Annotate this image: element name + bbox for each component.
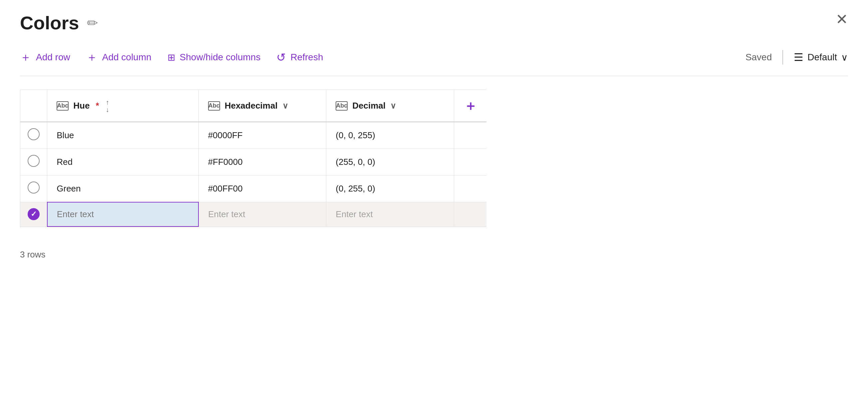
sort-controls: ↑ ↓: [106, 99, 109, 113]
refresh-label: Refresh: [290, 52, 323, 63]
hex-cell-blue: #0000FF: [198, 122, 326, 149]
hue-column-header: Abc Hue * ↑ ↓: [47, 90, 198, 122]
radio-button-blue[interactable]: [28, 128, 40, 140]
title-row: Colors ✏: [20, 12, 848, 34]
row-count: 3 rows: [20, 250, 848, 260]
add-row-button[interactable]: ＋ Add row: [20, 50, 70, 65]
row-selector-blue[interactable]: [20, 122, 47, 149]
new-row: Enter text Enter text: [20, 202, 487, 227]
empty-cell-2: [454, 149, 487, 176]
decimal-enter-text: Enter text: [336, 209, 373, 219]
page-container: ✕ Colors ✏ ＋ Add row ＋ Add column ⊞ Show…: [0, 0, 868, 280]
decimal-value-blue: (0, 0, 255): [336, 130, 375, 140]
data-table: Abc Hue * ↑ ↓ Abc Hexadecimal: [20, 90, 487, 227]
hue-cell-green: Green: [47, 176, 198, 202]
table-header-row: Abc Hue * ↑ ↓ Abc Hexadecimal: [20, 90, 487, 122]
saved-label: Saved: [745, 52, 772, 63]
hex-placeholder-cell[interactable]: Enter text: [198, 202, 326, 227]
hex-cell-red: #FF0000: [198, 149, 326, 176]
row-selector-new[interactable]: [20, 202, 47, 227]
hex-cell-green: #00FF00: [198, 176, 326, 202]
hue-input-cell[interactable]: [47, 202, 198, 227]
decimal-value-green: (0, 255, 0): [336, 183, 375, 194]
toolbar: ＋ Add row ＋ Add column ⊞ Show/hide colum…: [20, 50, 848, 76]
decimal-placeholder-cell[interactable]: Enter text: [326, 202, 454, 227]
table-row: Blue #0000FF (0, 0, 255): [20, 122, 487, 149]
text-column-icon: Abc: [57, 101, 69, 111]
hue-cell-red: Red: [47, 149, 198, 176]
decimal-column-header: Abc Decimal ∨: [326, 90, 454, 122]
chevron-down-icon: ∨: [841, 52, 848, 63]
add-column-button-inline[interactable]: ＋: [463, 96, 477, 115]
empty-cell-1: [454, 122, 487, 149]
empty-cell-3: [454, 176, 487, 202]
close-icon[interactable]: ✕: [836, 12, 848, 27]
radio-button-red[interactable]: [28, 155, 40, 167]
default-view-button[interactable]: ☰ Default ∨: [794, 51, 848, 64]
hexadecimal-column-header: Abc Hexadecimal ∨: [198, 90, 326, 122]
hex-value-green: #00FF00: [208, 183, 243, 194]
required-indicator: *: [96, 100, 99, 111]
selector-column-header: [20, 90, 47, 122]
show-hide-icon: ⊞: [167, 52, 175, 63]
show-hide-button[interactable]: ⊞ Show/hide columns: [167, 52, 261, 63]
show-hide-label: Show/hide columns: [180, 52, 261, 63]
radio-button-green[interactable]: [28, 181, 40, 194]
row-selector-red[interactable]: [20, 149, 47, 176]
radio-button-new-checked[interactable]: [28, 208, 40, 220]
toolbar-divider: [782, 50, 783, 65]
decimal-column-label: Decimal: [352, 100, 385, 111]
decimal-filter-icon[interactable]: ∨: [390, 101, 396, 111]
edit-icon[interactable]: ✏: [87, 15, 98, 31]
row-count-label: 3 rows: [20, 250, 45, 259]
hue-text-input[interactable]: [57, 209, 189, 220]
text-column-icon-3: Abc: [336, 101, 348, 111]
refresh-icon: ↺: [276, 51, 286, 64]
hamburger-icon: ☰: [794, 51, 803, 64]
hue-value-green: Green: [57, 183, 81, 194]
plus-icon: ＋: [20, 50, 31, 65]
page-title: Colors: [20, 12, 79, 34]
add-column-label: Add column: [102, 52, 152, 63]
data-table-container: Abc Hue * ↑ ↓ Abc Hexadecimal: [20, 90, 487, 227]
table-row: Green #00FF00 (0, 255, 0): [20, 176, 487, 202]
hexadecimal-filter-icon[interactable]: ∨: [282, 101, 288, 111]
hue-value-blue: Blue: [57, 130, 74, 140]
empty-cell-4: [454, 202, 487, 227]
decimal-cell-red: (255, 0, 0): [326, 149, 454, 176]
hexadecimal-column-label: Hexadecimal: [225, 100, 278, 111]
hue-column-label: Hue: [73, 100, 90, 111]
text-column-icon-2: Abc: [208, 101, 220, 111]
decimal-value-red: (255, 0, 0): [336, 157, 375, 167]
refresh-button[interactable]: ↺ Refresh: [276, 51, 323, 64]
hex-value-blue: #0000FF: [208, 130, 243, 140]
hue-cell-blue: Blue: [47, 122, 198, 149]
hex-enter-text: Enter text: [208, 209, 245, 219]
add-column-header: ＋: [454, 90, 487, 122]
toolbar-right: Saved ☰ Default ∨: [745, 50, 848, 65]
row-selector-green[interactable]: [20, 176, 47, 202]
decimal-cell-blue: (0, 0, 255): [326, 122, 454, 149]
hex-value-red: #FF0000: [208, 157, 243, 167]
default-label: Default: [807, 52, 837, 63]
hue-value-red: Red: [57, 157, 72, 167]
add-row-label: Add row: [36, 52, 70, 63]
decimal-cell-green: (0, 255, 0): [326, 176, 454, 202]
sort-ascending-icon[interactable]: ↑: [106, 99, 109, 106]
plus-icon-2: ＋: [86, 50, 98, 65]
table-row: Red #FF0000 (255, 0, 0): [20, 149, 487, 176]
sort-descending-icon[interactable]: ↓: [106, 106, 109, 113]
add-column-button[interactable]: ＋ Add column: [86, 50, 152, 65]
